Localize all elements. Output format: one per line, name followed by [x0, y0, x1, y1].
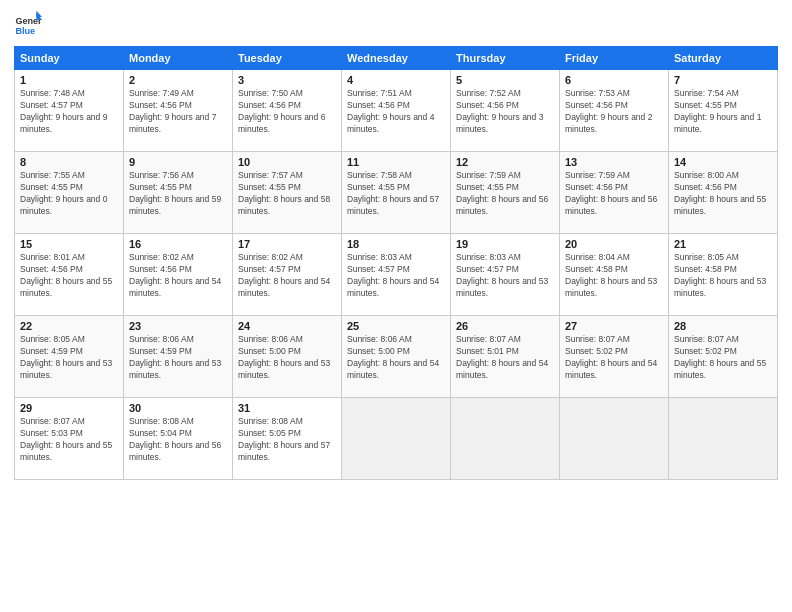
calendar-cell [342, 398, 451, 480]
day-number: 5 [456, 74, 554, 86]
day-number: 14 [674, 156, 772, 168]
cell-info: Sunrise: 7:59 AMSunset: 4:55 PMDaylight:… [456, 170, 554, 218]
day-number: 30 [129, 402, 227, 414]
calendar-cell: 11Sunrise: 7:58 AMSunset: 4:55 PMDayligh… [342, 152, 451, 234]
day-number: 19 [456, 238, 554, 250]
day-number: 13 [565, 156, 663, 168]
day-number: 16 [129, 238, 227, 250]
cell-info: Sunrise: 7:58 AMSunset: 4:55 PMDaylight:… [347, 170, 445, 218]
day-number: 8 [20, 156, 118, 168]
calendar-cell: 2Sunrise: 7:49 AMSunset: 4:56 PMDaylight… [124, 70, 233, 152]
page: General Blue SundayMondayTuesdayWednesda… [0, 0, 792, 612]
cell-info: Sunrise: 7:57 AMSunset: 4:55 PMDaylight:… [238, 170, 336, 218]
calendar-cell: 10Sunrise: 7:57 AMSunset: 4:55 PMDayligh… [233, 152, 342, 234]
logo-icon: General Blue [14, 10, 42, 38]
day-number: 6 [565, 74, 663, 86]
cell-info: Sunrise: 8:08 AMSunset: 5:04 PMDaylight:… [129, 416, 227, 464]
day-number: 27 [565, 320, 663, 332]
svg-marker-3 [36, 11, 42, 17]
calendar-cell: 3Sunrise: 7:50 AMSunset: 4:56 PMDaylight… [233, 70, 342, 152]
calendar-cell: 24Sunrise: 8:06 AMSunset: 5:00 PMDayligh… [233, 316, 342, 398]
calendar-cell: 27Sunrise: 8:07 AMSunset: 5:02 PMDayligh… [560, 316, 669, 398]
week-row-1: 1Sunrise: 7:48 AMSunset: 4:57 PMDaylight… [15, 70, 778, 152]
cell-info: Sunrise: 7:51 AMSunset: 4:56 PMDaylight:… [347, 88, 445, 136]
day-number: 29 [20, 402, 118, 414]
col-header-saturday: Saturday [669, 47, 778, 70]
cell-info: Sunrise: 8:05 AMSunset: 4:58 PMDaylight:… [674, 252, 772, 300]
calendar-cell: 1Sunrise: 7:48 AMSunset: 4:57 PMDaylight… [15, 70, 124, 152]
cell-info: Sunrise: 7:55 AMSunset: 4:55 PMDaylight:… [20, 170, 118, 218]
calendar-cell: 17Sunrise: 8:02 AMSunset: 4:57 PMDayligh… [233, 234, 342, 316]
day-number: 21 [674, 238, 772, 250]
calendar-cell: 28Sunrise: 8:07 AMSunset: 5:02 PMDayligh… [669, 316, 778, 398]
cell-info: Sunrise: 8:03 AMSunset: 4:57 PMDaylight:… [347, 252, 445, 300]
cell-info: Sunrise: 7:56 AMSunset: 4:55 PMDaylight:… [129, 170, 227, 218]
day-number: 31 [238, 402, 336, 414]
col-header-thursday: Thursday [451, 47, 560, 70]
calendar-header-row: SundayMondayTuesdayWednesdayThursdayFrid… [15, 47, 778, 70]
calendar-cell [560, 398, 669, 480]
cell-info: Sunrise: 8:06 AMSunset: 5:00 PMDaylight:… [238, 334, 336, 382]
week-row-3: 15Sunrise: 8:01 AMSunset: 4:56 PMDayligh… [15, 234, 778, 316]
cell-info: Sunrise: 7:53 AMSunset: 4:56 PMDaylight:… [565, 88, 663, 136]
cell-info: Sunrise: 8:07 AMSunset: 5:02 PMDaylight:… [674, 334, 772, 382]
calendar-cell: 7Sunrise: 7:54 AMSunset: 4:55 PMDaylight… [669, 70, 778, 152]
calendar-cell: 13Sunrise: 7:59 AMSunset: 4:56 PMDayligh… [560, 152, 669, 234]
calendar-cell: 26Sunrise: 8:07 AMSunset: 5:01 PMDayligh… [451, 316, 560, 398]
col-header-monday: Monday [124, 47, 233, 70]
cell-info: Sunrise: 8:04 AMSunset: 4:58 PMDaylight:… [565, 252, 663, 300]
calendar-cell [669, 398, 778, 480]
cell-info: Sunrise: 7:49 AMSunset: 4:56 PMDaylight:… [129, 88, 227, 136]
cell-info: Sunrise: 8:07 AMSunset: 5:02 PMDaylight:… [565, 334, 663, 382]
cell-info: Sunrise: 7:50 AMSunset: 4:56 PMDaylight:… [238, 88, 336, 136]
cell-info: Sunrise: 8:06 AMSunset: 5:00 PMDaylight:… [347, 334, 445, 382]
calendar-cell: 12Sunrise: 7:59 AMSunset: 4:55 PMDayligh… [451, 152, 560, 234]
calendar-cell: 31Sunrise: 8:08 AMSunset: 5:05 PMDayligh… [233, 398, 342, 480]
day-number: 25 [347, 320, 445, 332]
calendar-cell: 16Sunrise: 8:02 AMSunset: 4:56 PMDayligh… [124, 234, 233, 316]
cell-info: Sunrise: 7:48 AMSunset: 4:57 PMDaylight:… [20, 88, 118, 136]
day-number: 1 [20, 74, 118, 86]
day-number: 26 [456, 320, 554, 332]
day-number: 2 [129, 74, 227, 86]
calendar-cell: 19Sunrise: 8:03 AMSunset: 4:57 PMDayligh… [451, 234, 560, 316]
day-number: 23 [129, 320, 227, 332]
calendar-cell: 30Sunrise: 8:08 AMSunset: 5:04 PMDayligh… [124, 398, 233, 480]
calendar-cell: 23Sunrise: 8:06 AMSunset: 4:59 PMDayligh… [124, 316, 233, 398]
day-number: 28 [674, 320, 772, 332]
day-number: 4 [347, 74, 445, 86]
col-header-tuesday: Tuesday [233, 47, 342, 70]
day-number: 11 [347, 156, 445, 168]
col-header-friday: Friday [560, 47, 669, 70]
calendar-cell: 4Sunrise: 7:51 AMSunset: 4:56 PMDaylight… [342, 70, 451, 152]
day-number: 3 [238, 74, 336, 86]
day-number: 7 [674, 74, 772, 86]
day-number: 18 [347, 238, 445, 250]
calendar-cell: 18Sunrise: 8:03 AMSunset: 4:57 PMDayligh… [342, 234, 451, 316]
col-header-sunday: Sunday [15, 47, 124, 70]
header: General Blue [14, 10, 778, 38]
week-row-2: 8Sunrise: 7:55 AMSunset: 4:55 PMDaylight… [15, 152, 778, 234]
calendar-cell: 20Sunrise: 8:04 AMSunset: 4:58 PMDayligh… [560, 234, 669, 316]
day-number: 17 [238, 238, 336, 250]
week-row-4: 22Sunrise: 8:05 AMSunset: 4:59 PMDayligh… [15, 316, 778, 398]
cell-info: Sunrise: 8:08 AMSunset: 5:05 PMDaylight:… [238, 416, 336, 464]
cell-info: Sunrise: 8:05 AMSunset: 4:59 PMDaylight:… [20, 334, 118, 382]
week-row-5: 29Sunrise: 8:07 AMSunset: 5:03 PMDayligh… [15, 398, 778, 480]
calendar-cell [451, 398, 560, 480]
cell-info: Sunrise: 8:07 AMSunset: 5:03 PMDaylight:… [20, 416, 118, 464]
logo: General Blue [14, 10, 46, 38]
calendar-cell: 14Sunrise: 8:00 AMSunset: 4:56 PMDayligh… [669, 152, 778, 234]
calendar-cell: 15Sunrise: 8:01 AMSunset: 4:56 PMDayligh… [15, 234, 124, 316]
day-number: 12 [456, 156, 554, 168]
calendar-cell: 29Sunrise: 8:07 AMSunset: 5:03 PMDayligh… [15, 398, 124, 480]
calendar: SundayMondayTuesdayWednesdayThursdayFrid… [14, 46, 778, 480]
day-number: 24 [238, 320, 336, 332]
cell-info: Sunrise: 8:03 AMSunset: 4:57 PMDaylight:… [456, 252, 554, 300]
calendar-cell: 9Sunrise: 7:56 AMSunset: 4:55 PMDaylight… [124, 152, 233, 234]
cell-info: Sunrise: 8:02 AMSunset: 4:57 PMDaylight:… [238, 252, 336, 300]
day-number: 10 [238, 156, 336, 168]
cell-info: Sunrise: 7:59 AMSunset: 4:56 PMDaylight:… [565, 170, 663, 218]
day-number: 9 [129, 156, 227, 168]
calendar-cell: 21Sunrise: 8:05 AMSunset: 4:58 PMDayligh… [669, 234, 778, 316]
